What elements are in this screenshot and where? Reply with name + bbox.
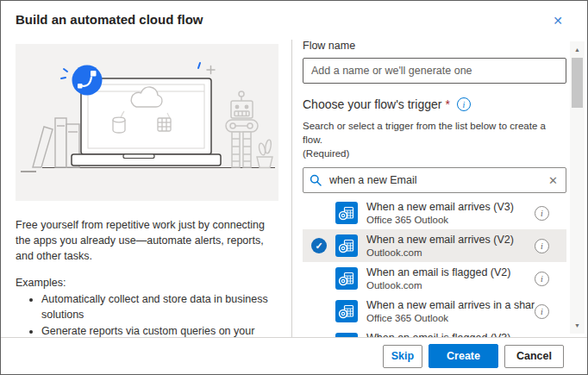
trigger-row[interactable]: When a new email arrives in a share... O… [303,295,566,328]
trigger-subtitle: Outlook.com [366,279,535,292]
dialog-title: Build an automated cloud flow [16,12,203,27]
trigger-required-note: (Required) [303,147,566,160]
create-button[interactable]: Create [428,344,498,368]
info-icon[interactable]: i [457,97,471,111]
info-icon[interactable]: i [535,206,549,221]
clear-search-icon[interactable]: ✕ [547,174,560,187]
outlook-icon [335,267,358,290]
outlook-icon [335,300,358,322]
trigger-row[interactable]: When a new email arrives (V3) Office 365… [303,197,566,229]
flow-name-label: Flow name [303,40,566,52]
trigger-list: When a new email arrives (V3) Office 365… [303,197,566,357]
trigger-title: When a new email arrives in a share... [366,298,535,312]
automation-illustration [16,44,278,201]
skip-button[interactable]: Skip [383,345,422,368]
trigger-subtitle: Office 365 Outlook [366,214,535,227]
example-item: Automatically collect and store data in … [41,291,278,322]
right-panel: Flow name Choose your flow's trigger * i… [303,40,566,357]
selected-check-icon: ✓ [311,238,327,253]
info-icon[interactable]: i [535,304,549,319]
trigger-title: When a new email arrives (V3) [366,200,535,214]
left-panel: Free yourself from repetitive work just … [16,44,278,354]
vertical-scrollbar[interactable]: ▲ ▼ [570,41,585,334]
scroll-up-icon[interactable]: ▲ [570,43,585,56]
outlook-icon [335,234,358,257]
outlook-icon [335,202,358,224]
trigger-title: When a new email arrives (V2) [366,233,535,247]
trigger-search-box: ✕ [303,167,566,193]
trigger-hint: Search or select a trigger from the list… [303,119,566,147]
trigger-section-header: Choose your flow's trigger * i [303,97,566,111]
trigger-label: Choose your flow's trigger [303,97,441,111]
info-icon[interactable]: i [535,272,549,286]
trigger-subtitle: Office 365 Outlook [366,312,535,325]
scrollbar-thumb[interactable] [572,58,583,108]
power-automate-icon [72,66,103,96]
trigger-row-selected[interactable]: ✓ When a new email arrives (V2) Outlook.… [303,229,566,262]
left-panel-description: Free yourself from repetitive work just … [16,218,278,264]
cancel-button[interactable]: Cancel [504,345,564,368]
required-asterisk: * [445,97,449,111]
close-icon[interactable]: ✕ [549,12,566,29]
build-automated-cloud-flow-dialog: Build an automated cloud flow ✕ [0,0,588,375]
panel-divider [291,40,292,337]
dialog-footer: Skip Create Cancel [1,337,587,374]
info-icon[interactable]: i [535,239,549,253]
search-icon [310,174,322,186]
trigger-row[interactable]: When an email is flagged (V2) Outlook.co… [303,262,566,295]
trigger-search-input[interactable] [328,173,547,187]
scroll-down-icon[interactable]: ▼ [570,319,585,332]
trigger-title: When an email is flagged (V2) [366,266,535,279]
trigger-subtitle: Outlook.com [366,247,535,259]
flow-name-input[interactable] [303,58,566,84]
examples-label: Examples: [16,277,278,289]
